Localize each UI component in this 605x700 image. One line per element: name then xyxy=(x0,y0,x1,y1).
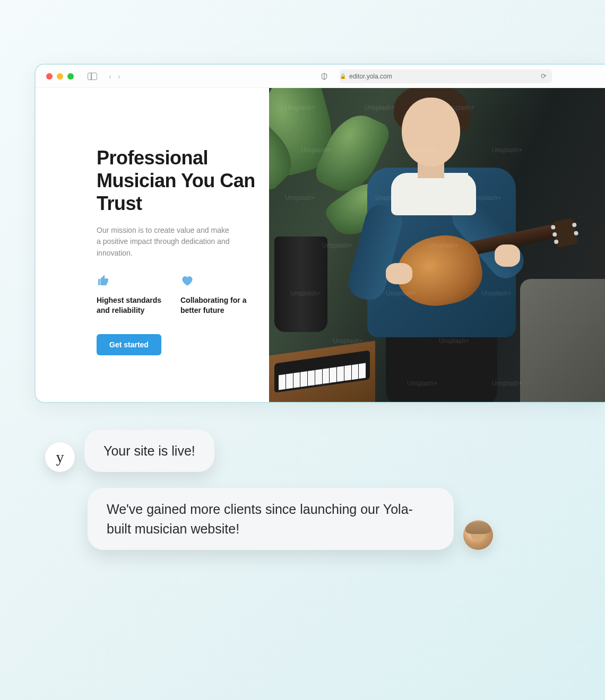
feature-text: Highest standards and reliability xyxy=(97,295,166,316)
brand-initial: y xyxy=(56,448,64,466)
browser-chrome: ‹ › 🔒 editor.yola.com ⟳ xyxy=(36,65,605,88)
lock-icon: 🔒 xyxy=(340,73,346,79)
chat-message-brand: y Your site is live! xyxy=(45,430,552,472)
feature-standards: Highest standards and reliability xyxy=(97,274,166,316)
sidebar-toggle-icon[interactable] xyxy=(88,73,97,80)
hero-title: Professional Musician You Can Trust xyxy=(97,146,258,215)
thumbs-up-icon xyxy=(97,274,166,287)
features-row: Highest standards and reliability Collab… xyxy=(97,274,258,316)
heart-icon xyxy=(180,274,249,287)
back-button[interactable]: ‹ xyxy=(109,72,111,81)
privacy-shield-icon[interactable] xyxy=(321,72,328,81)
user-avatar xyxy=(463,520,493,550)
hero-image: Unsplash+ Unsplash+ Unsplash+ Unsplash+ … xyxy=(269,88,605,402)
close-window-button[interactable] xyxy=(46,73,53,80)
maximize-window-button[interactable] xyxy=(67,73,74,80)
reload-icon[interactable]: ⟳ xyxy=(541,72,547,80)
browser-window: ‹ › 🔒 editor.yola.com ⟳ Professional Mus… xyxy=(34,64,605,403)
hero-left: Professional Musician You Can Trust Our … xyxy=(36,88,269,402)
nav-arrows: ‹ › xyxy=(109,72,120,81)
minimize-window-button[interactable] xyxy=(57,73,63,80)
window-controls xyxy=(46,73,74,80)
chat-message-user: We've gained more clients since launchin… xyxy=(45,488,552,550)
get-started-button[interactable]: Get started xyxy=(97,334,161,355)
chat-bubble: We've gained more clients since launchin… xyxy=(88,488,454,550)
url-text: editor.yola.com xyxy=(349,73,392,80)
hero-subtitle: Our mission is to create value and make … xyxy=(97,225,235,259)
brand-avatar: y xyxy=(45,442,75,472)
feature-text: Collaborating for a better future xyxy=(180,295,249,316)
chat-bubble: Your site is live! xyxy=(84,430,214,472)
chat-area: y Your site is live! We've gained more c… xyxy=(45,430,552,566)
address-bar[interactable]: 🔒 editor.yola.com ⟳ xyxy=(340,69,552,83)
feature-collaboration: Collaborating for a better future xyxy=(180,274,249,316)
page-content: Professional Musician You Can Trust Our … xyxy=(36,88,605,402)
forward-button[interactable]: › xyxy=(118,72,120,81)
